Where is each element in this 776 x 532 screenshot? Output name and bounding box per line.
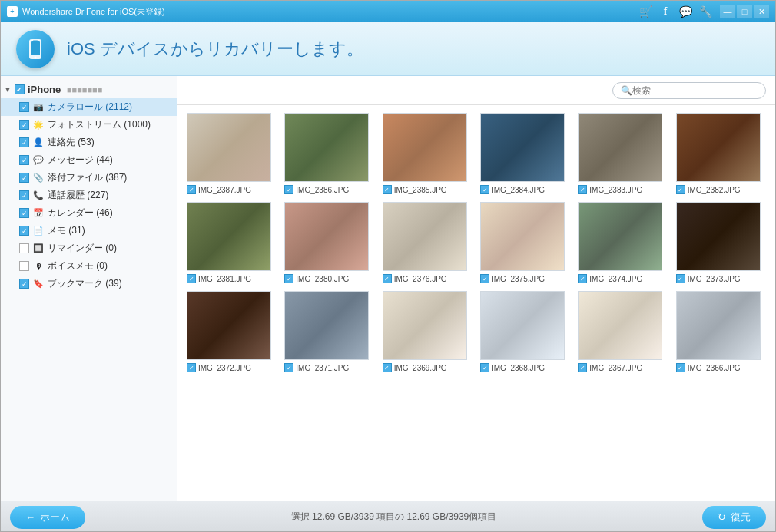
sidebar-root[interactable]: ▼ iPhone ■■■■■■■ [1,81,177,98]
photo-checkbox[interactable] [676,274,685,283]
sidebar-checkbox-messages[interactable] [19,155,29,165]
photo-checkbox[interactable] [383,274,392,283]
header-title: iOS デバイスからリカバリーします。 [67,38,363,61]
sidebar-checkbox-calendar[interactable] [19,208,29,218]
photo-item[interactable]: IMG_2385.JPG [383,113,473,194]
sidebar-item-contacts[interactable]: 👤連絡先 (53) [1,134,177,151]
title-bar-icons: 🛒 f 💬 🔧 [638,5,712,18]
sidebar-item-voicemail[interactable]: 🎙ボイスメモ (0) [1,257,177,275]
photo-checkbox[interactable] [480,363,489,372]
photo-thumbnail [187,291,271,360]
sidebar-item-photo-stream[interactable]: 🌟フォトストリーム (1000) [1,116,177,134]
photo-item[interactable]: IMG_2368.JPG [480,291,570,372]
title-bar-left: + Wondershare Dr.Fone for iOS(未登録) [7,6,165,18]
chat-icon[interactable]: 💬 [678,5,692,18]
photo-checkbox[interactable] [578,185,587,194]
photo-filename: IMG_2381.JPG [198,275,251,283]
photo-checkbox[interactable] [284,274,293,283]
restore-refresh-icon: ↻ [718,511,726,523]
photo-filename: IMG_2380.JPG [296,275,349,283]
photo-item[interactable]: IMG_2380.JPG [284,202,374,283]
sidebar-item-reminders[interactable]: 🔲リマインダー (0) [1,240,177,257]
photo-checkbox[interactable] [383,185,392,194]
photo-filename: IMG_2384.JPG [492,186,545,194]
sidebar-checkbox-reminders[interactable] [19,243,29,253]
photo-item[interactable]: IMG_2381.JPG [187,202,277,283]
photo-item[interactable]: IMG_2374.JPG [578,202,668,283]
photo-thumbnail [578,291,662,360]
photo-item[interactable]: IMG_2372.JPG [187,291,277,372]
sidebar-checkbox-contacts[interactable] [19,137,29,147]
photo-checkbox[interactable] [578,363,587,372]
photo-checkbox[interactable] [480,185,489,194]
ios-device-icon [25,38,46,60]
sidebar-label-voicemail: ボイスメモ (0) [48,259,108,273]
photo-item[interactable]: IMG_2384.JPG [480,113,570,194]
sidebar-checkbox-voicemail[interactable] [19,261,29,271]
app-icon: + [7,6,18,17]
photo-item[interactable]: IMG_2371.JPG [284,291,374,372]
close-button[interactable]: ✕ [754,5,769,18]
photo-checkbox[interactable] [676,363,685,372]
sidebar-checkbox-attachments[interactable] [19,173,29,183]
sidebar-item-messages[interactable]: 💬メッセージ (44) [1,151,177,169]
search-box[interactable]: 🔍 [612,82,766,99]
photo-checkbox[interactable] [284,363,293,372]
sidebar-checkbox-call-history[interactable] [19,190,29,200]
photo-checkbox[interactable] [676,185,685,194]
photo-checkbox[interactable] [578,274,587,283]
photo-thumbnail [676,113,761,182]
photo-label: IMG_2382.JPG [676,185,741,194]
photo-item[interactable]: IMG_2367.JPG [578,291,668,372]
photo-item[interactable]: IMG_2369.JPG [383,291,473,372]
root-checkbox[interactable] [15,84,25,94]
photo-filename: IMG_2371.JPG [296,364,349,372]
photo-item[interactable]: IMG_2376.JPG [383,202,473,283]
sidebar-icon-reminders: 🔲 [32,243,45,255]
sidebar-checkbox-memo[interactable] [19,226,29,236]
photo-item[interactable]: IMG_2386.JPG [284,113,374,194]
home-arrow-icon: ← [25,511,35,523]
title-bar: + Wondershare Dr.Fone for iOS(未登録) 🛒 f 💬… [1,1,775,22]
photo-label: IMG_2385.JPG [383,185,447,194]
photo-item[interactable]: IMG_2382.JPG [676,113,766,194]
photo-checkbox[interactable] [383,363,392,372]
sidebar-item-attachments[interactable]: 📎添付ファイル (387) [1,169,177,187]
photo-checkbox[interactable] [480,274,489,283]
support-icon[interactable]: 🔧 [698,5,712,18]
search-input[interactable] [632,85,758,96]
sidebar-label-attachments: 添付ファイル (387) [48,171,127,184]
photo-item[interactable]: IMG_2373.JPG [676,202,766,283]
photo-filename: IMG_2382.JPG [688,186,741,194]
maximize-button[interactable]: □ [737,5,752,18]
photo-thumbnail [578,202,662,271]
sidebar-icon-calendar: 📅 [32,207,45,220]
photo-label: IMG_2383.JPG [578,185,642,194]
app-title: Wondershare Dr.Fone for iOS(未登録) [22,6,165,18]
sidebar-checkbox-bookmarks[interactable] [19,279,29,289]
photo-checkbox[interactable] [187,274,196,283]
photo-item[interactable]: IMG_2387.JPG [187,113,277,194]
photo-checkbox[interactable] [187,185,196,194]
sidebar-checkbox-camera-roll[interactable] [19,102,29,112]
photo-checkbox[interactable] [187,363,196,372]
sidebar-item-call-history[interactable]: 📞通話履歴 (227) [1,187,177,204]
facebook-icon[interactable]: f [658,5,672,18]
sidebar-item-memo[interactable]: 📄メモ (31) [1,222,177,240]
restore-button[interactable]: ↻ 復元 [702,506,766,529]
sidebar-root-label: iPhone ■■■■■■■ [28,84,102,95]
home-button[interactable]: ← ホーム [10,506,85,529]
cart-icon[interactable]: 🛒 [638,5,652,18]
sidebar-item-camera-roll[interactable]: 📷カメラロール (2112) [1,98,177,116]
sidebar-item-calendar[interactable]: 📅カレンダー (46) [1,204,177,222]
sidebar-item-bookmarks[interactable]: 🔖ブックマーク (39) [1,275,177,292]
photo-filename: IMG_2368.JPG [492,364,545,372]
sidebar-checkbox-photo-stream[interactable] [19,120,29,130]
photo-item[interactable]: IMG_2375.JPG [480,202,570,283]
photo-item[interactable]: IMG_2383.JPG [578,113,668,194]
minimize-button[interactable]: — [720,5,735,18]
photo-checkbox[interactable] [284,185,293,194]
photo-label: IMG_2375.JPG [480,274,545,283]
svg-rect-3 [33,40,38,41]
photo-item[interactable]: IMG_2366.JPG [676,291,766,372]
